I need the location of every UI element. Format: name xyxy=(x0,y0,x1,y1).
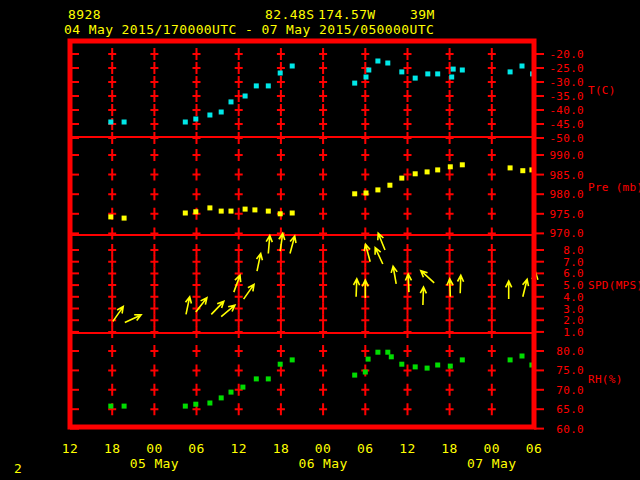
wind-arrow xyxy=(244,284,254,299)
grid-cross xyxy=(193,48,201,60)
grid-cross xyxy=(319,62,327,74)
grid-cross xyxy=(108,169,116,181)
y-tick-label: 970.0 xyxy=(549,227,584,240)
data-point xyxy=(278,211,283,216)
data-point xyxy=(207,113,212,118)
grid-cross xyxy=(108,90,116,102)
grid-cross xyxy=(277,118,285,130)
grid-cross xyxy=(108,256,116,268)
data-point xyxy=(520,168,525,173)
grid-cross xyxy=(108,314,116,326)
grid-cross xyxy=(446,48,454,60)
grid-cross xyxy=(404,291,412,303)
grid-cross xyxy=(235,104,243,116)
data-point xyxy=(229,99,234,104)
grid-cross xyxy=(235,118,243,130)
grid-cross xyxy=(235,244,243,256)
data-point xyxy=(219,110,224,115)
wind-arrow xyxy=(458,275,464,293)
grid-cross xyxy=(108,267,116,279)
grid-cross xyxy=(150,291,158,303)
grid-cross xyxy=(235,208,243,220)
data-point xyxy=(183,211,188,216)
grid-cross xyxy=(277,267,285,279)
data-point xyxy=(352,81,357,86)
data-point xyxy=(219,395,224,400)
grid-cross xyxy=(319,267,327,279)
data-point xyxy=(460,68,465,73)
data-point xyxy=(207,205,212,210)
data-point xyxy=(352,191,357,196)
wind-arrow xyxy=(447,279,453,297)
grid-cross xyxy=(446,384,454,396)
y-tick-label: -20.0 xyxy=(549,48,584,61)
grid-cross xyxy=(404,403,412,415)
grid-cross xyxy=(446,345,454,357)
data-point xyxy=(508,165,513,170)
grid-cross xyxy=(361,403,369,415)
y-tick-label: -45.0 xyxy=(549,118,584,131)
grid-cross xyxy=(277,314,285,326)
x-tick-label: 06 xyxy=(188,441,204,456)
grid-cross xyxy=(488,244,496,256)
grid-cross xyxy=(277,188,285,200)
data-point xyxy=(243,94,248,99)
grid-cross xyxy=(193,256,201,268)
grid-cross xyxy=(150,188,158,200)
grid-cross xyxy=(361,303,369,315)
grid-cross xyxy=(488,314,496,326)
grid-cross xyxy=(235,314,243,326)
data-point xyxy=(460,357,465,362)
grid-cross xyxy=(277,345,285,357)
grid-cross xyxy=(361,90,369,102)
grid-cross xyxy=(404,256,412,268)
grid-cross xyxy=(404,90,412,102)
grid-cross xyxy=(446,188,454,200)
grid-cross xyxy=(150,314,158,326)
data-point xyxy=(389,354,394,359)
wind-arrow xyxy=(221,305,235,317)
grid-cross xyxy=(150,256,158,268)
x-day-label: 07 May xyxy=(467,456,516,471)
grid-cross xyxy=(235,364,243,376)
wind-arrow xyxy=(421,271,434,283)
grid-cross xyxy=(446,90,454,102)
y-tick-label: -25.0 xyxy=(549,62,584,75)
grid-cross xyxy=(150,227,158,239)
grid-cross xyxy=(193,364,201,376)
grid-cross xyxy=(404,345,412,357)
grid-cross xyxy=(193,279,201,291)
grid-cross xyxy=(404,314,412,326)
grid-cross xyxy=(446,244,454,256)
data-point xyxy=(435,167,440,172)
grid-cross xyxy=(319,291,327,303)
grid-cross xyxy=(404,104,412,116)
wind-arrow xyxy=(523,279,529,297)
grid-cross xyxy=(488,403,496,415)
wind-arrow xyxy=(405,274,411,292)
grid-cross xyxy=(488,303,496,315)
wind-arrow xyxy=(506,281,512,299)
grid-cross xyxy=(277,104,285,116)
data-point xyxy=(413,76,418,81)
grid-cross xyxy=(319,364,327,376)
grid-cross xyxy=(361,208,369,220)
grid-cross xyxy=(488,104,496,116)
grid-cross xyxy=(488,62,496,74)
grid-cross xyxy=(150,62,158,74)
wind-arrow xyxy=(125,315,141,323)
grid-cross xyxy=(108,384,116,396)
grid-cross xyxy=(404,76,412,88)
grid-cross xyxy=(193,104,201,116)
x-tick-label: 12 xyxy=(230,441,246,456)
grid-cross xyxy=(404,227,412,239)
grid-cross xyxy=(446,303,454,315)
grid-cross xyxy=(235,345,243,357)
grid-cross xyxy=(361,169,369,181)
grid-cross xyxy=(319,244,327,256)
data-point xyxy=(508,357,513,362)
grid-cross xyxy=(193,76,201,88)
data-point xyxy=(435,363,440,368)
grid-cross xyxy=(193,188,201,200)
grid-cross xyxy=(361,326,369,338)
